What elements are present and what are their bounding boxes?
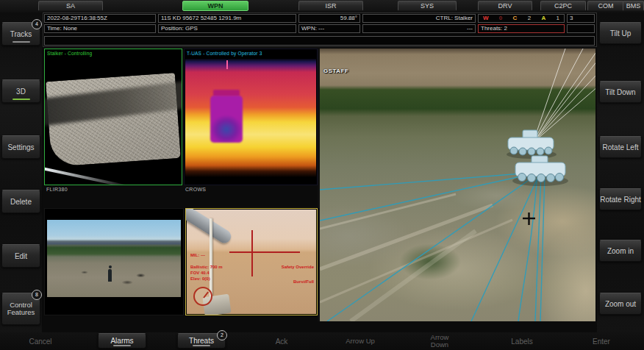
alarms-label: Alarms xyxy=(110,337,133,345)
edit-button[interactable]: Edit xyxy=(1,244,40,268)
advisory-label: A xyxy=(541,15,545,22)
spare-field xyxy=(567,24,595,33)
hud-burst-mode: Burst/Full xyxy=(293,279,314,284)
zoom-in-label: Zoom in xyxy=(607,247,634,255)
hud-mil-readout: MIL: --- xyxy=(190,253,205,257)
control-features-count-badge: 8 xyxy=(32,290,42,300)
azimuth-dial-icon xyxy=(193,287,212,306)
video-feed-flir[interactable]: Stalker - Controlling xyxy=(44,49,182,185)
feed-status-label: Stalker - Controlling xyxy=(47,51,92,56)
zoom-out-label: Zoom out xyxy=(605,300,636,308)
threats-underline xyxy=(193,345,210,346)
aux-field: --- xyxy=(362,24,476,33)
right-sidebar: Tilt Up Tilt Down Rotate Left Rotate Rig… xyxy=(597,12,644,333)
time-field: Time: None xyxy=(44,24,156,33)
message-bar xyxy=(44,36,595,46)
settings-label: Settings xyxy=(7,143,34,151)
hud-fov-readout: FOV 40.4 xyxy=(190,271,210,275)
tab-sa[interactable]: SA xyxy=(38,1,103,11)
warning-count: 0 xyxy=(499,15,502,22)
labels-button[interactable]: Labels xyxy=(500,332,544,350)
left-sidebar: Tracks 4 3D Settings Delete Edit Control… xyxy=(0,12,42,333)
tracks-count-badge: 4 xyxy=(32,19,42,29)
tab-c2pc[interactable]: C2PC xyxy=(540,1,586,11)
video-feed-landscape[interactable] xyxy=(44,208,184,315)
alarms-underline xyxy=(113,345,131,346)
coordinates-field: 11S KD 95672 52485 1291.9m xyxy=(158,14,296,23)
top-tab-bar: SA WPN ISR SYS DRV C2PC COM BMS xyxy=(0,0,644,12)
sensor-ray-lines xyxy=(533,49,595,143)
tab-wpn[interactable]: WPN xyxy=(182,1,248,11)
flir-bright-edge xyxy=(44,167,130,185)
delete-button[interactable]: Delete xyxy=(1,190,40,213)
tracks-underline xyxy=(12,41,30,43)
zoom-in-button[interactable]: Zoom in xyxy=(599,240,642,262)
rotate-left-button[interactable]: Rotate Left xyxy=(599,136,642,158)
thermal-video-content xyxy=(185,59,316,185)
zoom-out-button[interactable]: Zoom out xyxy=(599,293,642,315)
rotate-right-label: Rotate Right xyxy=(600,196,641,204)
map-3d-view[interactable]: GSTAFF xyxy=(318,49,595,321)
tilt-down-button[interactable]: Tilt Down xyxy=(599,81,642,103)
enter-button[interactable]: Enter xyxy=(579,332,623,350)
caution-label: C xyxy=(513,15,518,22)
tab-isr[interactable]: ISR xyxy=(298,1,363,11)
vehicle-marker[interactable] xyxy=(507,130,557,159)
person-silhouette-head xyxy=(109,265,112,268)
hud-ballistic-readout: Ballistic: 700 m xyxy=(190,265,223,269)
tab-com[interactable]: COM xyxy=(587,1,624,11)
3d-label: 3D xyxy=(16,88,26,96)
alert-counters: W 0 C 2 A 1 xyxy=(478,14,565,23)
control-features-button[interactable]: Control Features 8 xyxy=(1,293,40,325)
weapon-field: WPN: --- xyxy=(298,24,360,33)
ack-button[interactable]: Ack xyxy=(260,332,304,350)
rotate-right-button[interactable]: Rotate Right xyxy=(599,188,642,210)
thermal-target-object xyxy=(210,96,243,143)
map-overlay-graphics xyxy=(320,49,595,321)
person-silhouette xyxy=(108,269,112,282)
tilt-up-button[interactable]: Tilt Up xyxy=(599,22,642,44)
vehicle-marker[interactable] xyxy=(512,156,568,186)
tilt-up-label: Tilt Up xyxy=(610,29,632,38)
tracks-label: Tracks xyxy=(10,30,32,38)
video-feed-guncam[interactable]: MIL: --- Ballistic: 700 m FOV 40.4 Elev:… xyxy=(185,208,318,315)
video-feed-thermal[interactable]: T-UAS - Controlled by Operator 3 xyxy=(184,49,318,185)
road-lines xyxy=(320,194,512,321)
arrow-down-button[interactable]: Arrow Down xyxy=(423,332,457,350)
threats-button[interactable]: Threats 2 xyxy=(177,333,226,349)
tilt-down-label: Tilt Down xyxy=(605,88,635,96)
feed-caption-crows: CROWS xyxy=(185,187,206,192)
hud-safety-status: Safety Override xyxy=(282,265,314,269)
tab-drv[interactable]: DRV xyxy=(478,1,532,11)
tracks-button[interactable]: Tracks 4 xyxy=(1,22,40,46)
bottom-action-bar: Cancel Alarms Threats 2 Ack Arrow Up Arr… xyxy=(0,332,644,350)
threats-count-badge: 2 xyxy=(217,330,227,340)
settings-button[interactable]: Settings xyxy=(1,135,40,159)
tab-sys[interactable]: SYS xyxy=(398,1,457,11)
reticle-crosshair-vertical xyxy=(251,230,253,276)
threats-field: Threats: 2 xyxy=(478,24,565,33)
edit-label: Edit xyxy=(15,252,27,260)
control-features-label: Control Features xyxy=(2,301,40,317)
caution-count: 2 xyxy=(528,15,531,22)
azimuth-needle xyxy=(203,292,209,299)
reticle-crosshair-horizontal xyxy=(229,251,300,253)
threats-label: Threats xyxy=(189,337,214,345)
landscape-video-content xyxy=(47,220,181,297)
heading-field: 59.88° xyxy=(298,14,360,23)
map-place-label: GSTAFF xyxy=(323,68,348,74)
3d-button[interactable]: 3D xyxy=(1,79,40,103)
position-field: Position: GPS xyxy=(158,24,296,33)
alarms-button[interactable]: Alarms xyxy=(98,333,146,349)
warning-label: W xyxy=(483,15,489,22)
alert-total-field: 3 xyxy=(567,14,595,23)
hud-elevation-readout: Elev: 0(0) xyxy=(190,276,210,281)
tab-bms[interactable]: BMS xyxy=(623,1,644,11)
feed-status-label: T-UAS - Controlled by Operator 3 xyxy=(187,51,262,56)
c2-application-window: SA WPN ISR SYS DRV C2PC COM BMS 2022-08-… xyxy=(0,0,644,350)
rotate-left-label: Rotate Left xyxy=(603,143,639,151)
thermal-hot-tick xyxy=(226,60,228,69)
cancel-button[interactable]: Cancel xyxy=(18,332,62,350)
timestamp-field: 2022-08-29T16:38:55Z xyxy=(44,14,156,23)
arrow-up-button[interactable]: Arrow Up xyxy=(343,332,377,350)
